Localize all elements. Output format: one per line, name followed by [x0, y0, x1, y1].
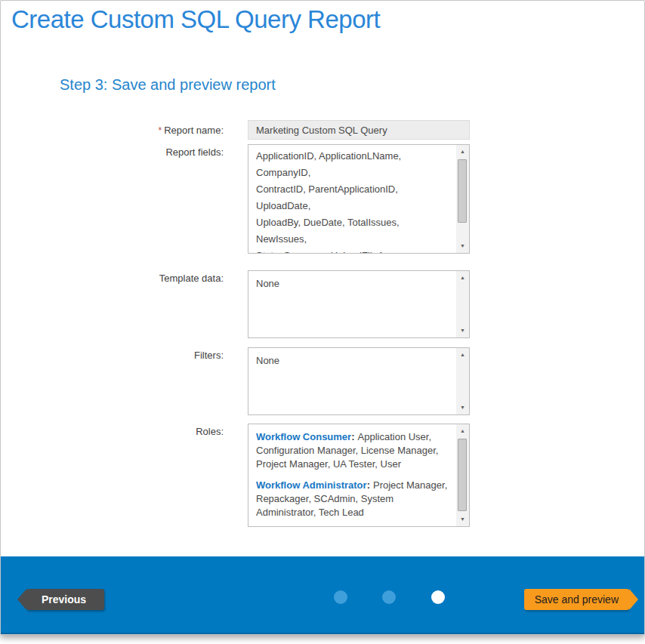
- role-group: Workflow Administrator:Project Manager, …: [256, 479, 448, 519]
- role-group: Workflow Consumer:Application User, Conf…: [256, 430, 448, 471]
- wizard-page: Create Custom SQL Query Report Step 3: S…: [0, 0, 645, 635]
- report-fields-box[interactable]: ApplicationID, ApplicationLName, Company…: [248, 144, 470, 254]
- report-form: *Report name: Report fields: Application…: [1, 120, 644, 527]
- scroll-down-icon[interactable]: ▼: [456, 240, 469, 252]
- report-name-input[interactable]: [248, 120, 470, 140]
- scroll-down-icon[interactable]: ▼: [456, 325, 469, 337]
- roles-row: Roles: Workflow Consumer:Application Use…: [1, 424, 644, 527]
- template-data-row: Template data: None ▲ ▼: [1, 270, 644, 338]
- filters-box[interactable]: None ▲ ▼: [248, 347, 470, 415]
- role-group-separator: :: [351, 431, 354, 442]
- template-data-value: None: [248, 271, 469, 294]
- report-fields-value: ApplicationID, ApplicationLName, Company…: [248, 145, 469, 254]
- role-group-name: Workflow Consumer: [256, 431, 351, 442]
- save-and-preview-button[interactable]: Save and preview: [524, 589, 629, 610]
- previous-button[interactable]: Previous: [26, 589, 104, 610]
- report-name-label: *Report name:: [1, 120, 224, 136]
- report-name-row: *Report name:: [1, 120, 644, 140]
- role-group-separator: :: [367, 479, 370, 491]
- progress-dot-1: [334, 590, 347, 604]
- report-fields-row: Report fields: ApplicationID, Applicatio…: [1, 144, 644, 254]
- scrollbar-thumb[interactable]: [458, 159, 467, 223]
- step-heading: Step 3: Save and preview report: [60, 76, 276, 94]
- roles-scrollbar[interactable]: ▲ ▼: [456, 424, 469, 526]
- report-fields-label: Report fields:: [1, 144, 224, 158]
- required-asterisk: *: [159, 125, 162, 136]
- report-name-label-text: Report name:: [164, 125, 224, 136]
- progress-dot-3: [431, 590, 445, 604]
- progress-dots: [334, 590, 477, 604]
- filters-scrollbar[interactable]: ▲ ▼: [456, 348, 469, 414]
- scroll-up-icon[interactable]: ▲: [456, 425, 469, 437]
- scroll-up-icon[interactable]: ▲: [456, 146, 469, 158]
- template-data-label: Template data:: [1, 270, 224, 284]
- filters-value: None: [248, 348, 469, 371]
- roles-value: Workflow Consumer:Application User, Conf…: [248, 424, 469, 527]
- filters-label: Filters:: [1, 347, 224, 361]
- scroll-down-icon[interactable]: ▼: [456, 513, 469, 525]
- template-data-scrollbar[interactable]: ▲ ▼: [456, 271, 469, 337]
- scroll-up-icon[interactable]: ▲: [456, 272, 469, 284]
- roles-box[interactable]: Workflow Consumer:Application User, Conf…: [248, 424, 470, 527]
- role-group-name: Workflow Administrator: [256, 479, 367, 491]
- page-title: Create Custom SQL Query Report: [11, 5, 380, 34]
- filters-row: Filters: None ▲ ▼: [1, 347, 644, 415]
- scrollbar-thumb[interactable]: [458, 439, 467, 511]
- progress-dot-2: [382, 590, 396, 604]
- scroll-up-icon[interactable]: ▲: [456, 349, 469, 361]
- template-data-box[interactable]: None ▲ ▼: [248, 270, 470, 338]
- roles-label: Roles:: [1, 424, 224, 437]
- wizard-footer: Previous Save and preview: [1, 556, 644, 634]
- scroll-down-icon[interactable]: ▼: [456, 402, 469, 414]
- report-fields-scrollbar[interactable]: ▲ ▼: [456, 145, 469, 253]
